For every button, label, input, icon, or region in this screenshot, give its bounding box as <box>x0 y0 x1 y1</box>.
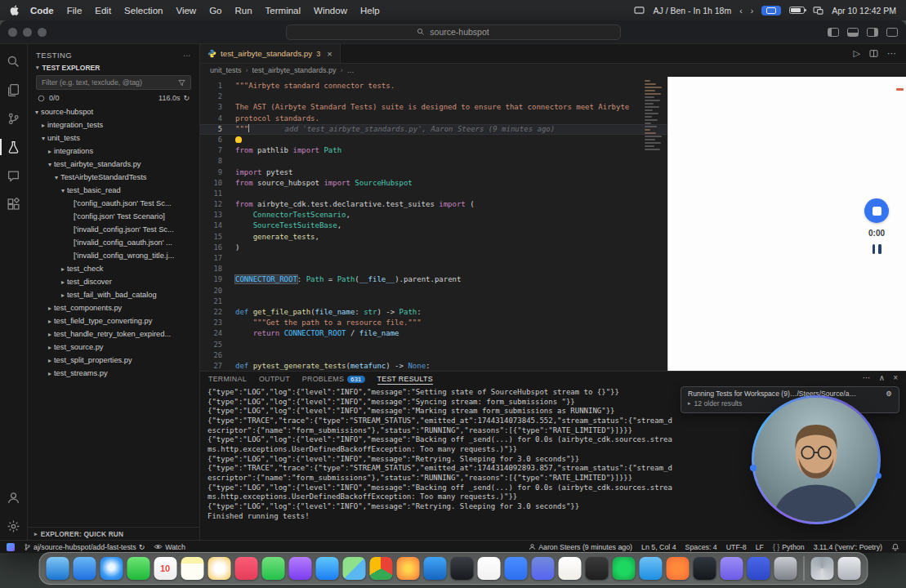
customize-layout-icon[interactable] <box>886 28 898 37</box>
dock-icon-docker[interactable] <box>639 557 662 580</box>
tree-item-unit-tests[interactable]: ▾unit_tests <box>28 131 199 145</box>
test-explorer-header[interactable]: ▾ TEST EXPLORER <box>28 61 199 73</box>
toggle-panel-icon[interactable] <box>847 28 859 37</box>
dock-icon-postman[interactable] <box>666 557 689 580</box>
menu-go[interactable]: Go <box>209 6 221 16</box>
breadcrumb-item[interactable]: unit_tests <box>210 66 242 74</box>
code-line-25[interactable]: 25 <box>200 340 667 350</box>
dock-icon-appstore[interactable] <box>315 557 338 580</box>
search-icon[interactable] <box>5 52 23 70</box>
display-mirroring-icon[interactable] <box>813 7 823 15</box>
stop-recording-button[interactable] <box>864 198 889 223</box>
lightbulb-icon[interactable] <box>235 136 242 143</box>
screen-recording-indicator[interactable] <box>761 6 781 16</box>
tree-item--config-oauth-json-test-sc-[interactable]: ['config_oauth.json' Test Sc... <box>28 197 199 210</box>
code-line-4[interactable]: 4protocol standards. <box>200 114 667 124</box>
apple-menu-icon[interactable] <box>10 5 19 16</box>
menu-run[interactable]: Run <box>234 6 252 16</box>
tree-item--invalid-config-json-test-sc-[interactable]: ['invalid_config.json' Test Sc... <box>28 223 199 236</box>
dock-icon-firefox[interactable] <box>396 557 419 580</box>
tab-test-airbyte-standards[interactable]: test_airbyte_standards.py 3 × <box>200 44 341 63</box>
tree-item-test-source-py[interactable]: ▸test_source.py <box>28 341 199 354</box>
tree-item--invalid-config-wrong-title-j-[interactable]: ['invalid_config_wrong_title.j... <box>28 249 199 262</box>
pause-recording-button[interactable] <box>873 244 881 254</box>
code-line-18[interactable]: 18 <box>200 264 667 274</box>
cursor-position[interactable]: Ln 5, Col 4 <box>641 543 676 551</box>
tree-item-test-streams-py[interactable]: ▸test_streams.py <box>28 367 199 380</box>
dock-icon-spotify[interactable] <box>612 557 635 580</box>
dock-icon-safari[interactable] <box>100 557 123 580</box>
tree-item-test-basic-read[interactable]: ▾test_basic_read <box>28 184 199 197</box>
panel-more-icon[interactable]: ⋯ <box>863 373 871 382</box>
tree-item-test-discover[interactable]: ▸test_discover <box>28 275 199 288</box>
menu-file[interactable]: File <box>67 6 83 16</box>
indentation-setting[interactable]: Spaces: 4 <box>685 543 717 551</box>
dock-icon-facetime[interactable] <box>261 557 284 580</box>
code-line-21[interactable]: 21 <box>200 296 667 307</box>
code-line-26[interactable]: 26 <box>200 350 667 361</box>
panel-tab-terminal[interactable]: TERMINAL <box>208 373 247 385</box>
tree-item-source-hubspot[interactable]: ▾source-hubspot <box>28 105 199 118</box>
code-line-19[interactable]: 19CONNECTOR_ROOT: Path = Path(__file__).… <box>200 274 667 285</box>
dock-icon-settings[interactable] <box>774 557 797 580</box>
tree-item-test-airbyte-standards-py[interactable]: ▾test_airbyte_standards.py <box>28 158 199 171</box>
git-branch-item[interactable]: aj/source-hubspot/add-fast-tests ↻ <box>24 543 145 551</box>
toggle-sidebar-icon[interactable] <box>828 28 839 37</box>
chevron-right-icon[interactable]: › <box>751 6 754 16</box>
breadcrumb-item[interactable]: … <box>347 66 355 74</box>
dock-icon-finder[interactable] <box>46 557 69 580</box>
dock-icon-zoom[interactable] <box>504 557 527 580</box>
command-center-search[interactable]: source-hubspot <box>286 24 621 40</box>
remote-indicator-icon[interactable] <box>7 543 15 551</box>
tree-item-test-components-py[interactable]: ▸test_components.py <box>28 301 199 314</box>
dock-icon-slack[interactable] <box>477 557 500 580</box>
menubar-app-name[interactable]: Code <box>30 6 54 16</box>
code-line-14[interactable]: 14 SourceTestSuiteBase, <box>200 220 667 231</box>
chevron-left-icon[interactable]: ‹ <box>739 6 743 16</box>
extensions-icon[interactable] <box>5 195 23 213</box>
panel-tab-problems[interactable]: PROBLEMS631 <box>302 373 365 385</box>
test-filter-input[interactable]: Filter (e.g. text, !exclude, @tag) <box>36 75 191 90</box>
code-line-2[interactable]: 2 <box>200 91 667 102</box>
code-line-7[interactable]: 7from pathlib import Path <box>200 145 667 156</box>
menu-selection[interactable]: Selection <box>124 6 163 16</box>
code-line-15[interactable]: 15 generate_tests, <box>200 232 667 243</box>
toast-gear-icon[interactable]: ⚙ <box>886 390 892 398</box>
close-tab-icon[interactable]: × <box>327 49 332 59</box>
dock-icon-vscode[interactable] <box>423 557 446 580</box>
dock-icon-messages[interactable] <box>127 557 150 580</box>
menu-window[interactable]: Window <box>314 6 347 16</box>
code-line-17[interactable]: 17 <box>200 253 667 264</box>
dock-icon-mail[interactable] <box>73 557 96 580</box>
menu-view[interactable]: View <box>176 6 196 16</box>
notifications-bell-icon[interactable] <box>891 543 899 551</box>
menubar-clock[interactable]: Apr 10 12:42 PM <box>832 6 896 16</box>
code-line-3[interactable]: 3The AST (Airbyte Standard Tests) suite … <box>200 102 667 113</box>
filter-funnel-icon[interactable] <box>178 79 185 87</box>
settings-icon[interactable] <box>5 517 23 535</box>
code-line-9[interactable]: 9import pytest <box>200 167 667 178</box>
refresh-icon[interactable]: ↻ <box>183 94 190 102</box>
dock-icon-maps[interactable] <box>342 557 365 580</box>
testing-icon[interactable] <box>5 138 23 156</box>
menu-terminal[interactable]: Terminal <box>266 6 301 16</box>
dock-icon-terminal[interactable] <box>450 557 473 580</box>
sync-icon[interactable]: ↻ <box>139 543 145 551</box>
eol-setting[interactable]: LF <box>756 543 764 551</box>
tree-item-integration-tests[interactable]: ▸integration_tests <box>28 118 199 131</box>
webcam-bubble[interactable] <box>752 395 881 524</box>
code-line-11[interactable]: 11 <box>200 189 667 199</box>
menu-help[interactable]: Help <box>360 6 380 16</box>
tree-item--invalid-config-oauth-json-[interactable]: ['invalid_config_oauth.json' ... <box>28 236 199 249</box>
dock-icon-music[interactable] <box>234 557 257 580</box>
panel-maximize-icon[interactable]: ∧ <box>879 373 885 382</box>
code-line-8[interactable]: 8 <box>200 156 667 167</box>
panel-tab-output[interactable]: OUTPUT <box>259 373 290 385</box>
code-line-20[interactable]: 20 <box>200 286 667 296</box>
panel-tab-test-results[interactable]: TEST RESULTS <box>377 373 433 385</box>
run-tests-icon[interactable]: ▷ <box>854 48 860 59</box>
tree-item--config-json-test-scenario-[interactable]: ['config.json' Test Scenario] <box>28 210 199 223</box>
split-editor-icon[interactable] <box>869 49 878 58</box>
source-control-icon[interactable] <box>5 109 23 127</box>
tree-item-testairbytestandardtests[interactable]: ▾TestAirbyteStandardTests <box>28 171 199 184</box>
